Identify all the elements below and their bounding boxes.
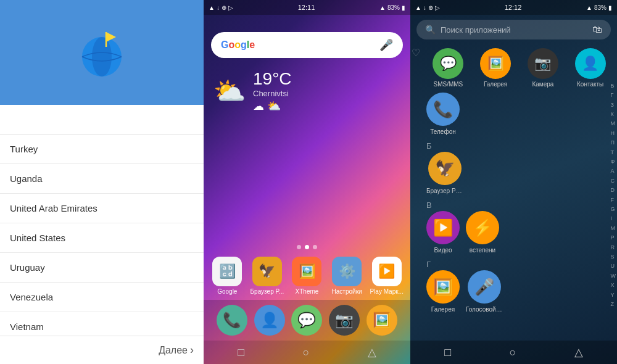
- drawer-section: Г🖼️Галерея🎤Голосовой п...: [421, 257, 617, 313]
- home-app-icon-wrap[interactable]: ▶️Play Марк...: [368, 257, 405, 295]
- alpha-letter[interactable]: Г: [611, 93, 616, 99]
- alpha-letter[interactable]: M: [611, 226, 616, 232]
- home-app-icon-wrap[interactable]: 🖼️XTheme: [288, 257, 326, 295]
- country-item[interactable]: Uganda: [0, 164, 204, 194]
- country-item[interactable]: Vietnam: [0, 312, 204, 336]
- country-item[interactable]: United Arab Emirates: [0, 194, 204, 223]
- alpha-letter[interactable]: P: [611, 235, 616, 241]
- country-item[interactable]: Venezuela: [0, 283, 204, 312]
- home-panel: ▲↓⊕▷ 12:11 ▲83%▮ Google 🎤 ⛅ 19°C Cherniv…: [204, 0, 410, 364]
- home-app-label: Настройки: [332, 288, 362, 295]
- home-app-icon: 🖼️: [292, 257, 321, 286]
- dot-2: [305, 245, 309, 249]
- drawer-section-app[interactable]: ▶️Видео: [426, 211, 460, 254]
- drawer-phone-label: Телефон: [430, 128, 455, 135]
- drawer-section-label: встепени: [470, 247, 495, 254]
- country-item[interactable]: United States: [0, 223, 204, 253]
- drawer-top-apps: 💬SMS/MMS🖼️Галерея📷Камера👤Контакты: [421, 44, 617, 91]
- alpha-letter[interactable]: Т: [611, 150, 616, 156]
- dock-icon[interactable]: 💬: [291, 305, 322, 336]
- drawer-section-app[interactable]: 🖼️Галерея: [426, 270, 460, 313]
- alpha-letter[interactable]: F: [611, 197, 616, 204]
- drawer-top-app-wrap[interactable]: 📷Камера: [521, 48, 565, 88]
- home-app-icon-wrap[interactable]: 🔡Google: [209, 257, 246, 295]
- drawer-section-icon: ⚡: [466, 211, 499, 244]
- alpha-letter[interactable]: С: [611, 178, 616, 184]
- country-header: [0, 0, 204, 105]
- drawer-top-icon: 📷: [528, 48, 558, 79]
- drawer-top-label: Галерея: [484, 81, 507, 88]
- drawer-section-label: Видео: [434, 247, 452, 254]
- alpha-letter[interactable]: S: [611, 254, 616, 260]
- alpha-letter[interactable]: G: [611, 207, 616, 213]
- home-app-icon-wrap[interactable]: 🦅Браузер P...: [249, 257, 286, 295]
- alpha-letter[interactable]: X: [611, 283, 616, 289]
- section-apps-row: 🦅Браузер PHX: [421, 152, 617, 194]
- nav-recent-button[interactable]: △: [368, 345, 376, 359]
- section-letter: Б: [421, 139, 617, 152]
- drawer-nav-back[interactable]: □: [444, 346, 451, 359]
- home-app-icon: ⚙️: [332, 257, 362, 286]
- alpha-letter[interactable]: Н: [611, 131, 616, 137]
- drawer-status-time: 12:12: [505, 4, 522, 11]
- drawer-section-app[interactable]: 🦅Браузер PHX: [426, 152, 463, 194]
- next-button[interactable]: Далее ›: [159, 344, 194, 357]
- alpha-letter[interactable]: П: [611, 140, 616, 146]
- home-app-label: Google: [217, 288, 237, 295]
- country-list: TurkeyUgandaUnited Arab EmiratesUnited S…: [0, 134, 204, 336]
- dock-icon[interactable]: 📞: [217, 305, 247, 336]
- drawer-section-icon: 🎤: [468, 270, 501, 304]
- nav-home-button[interactable]: ○: [302, 346, 309, 359]
- google-search-bar[interactable]: Google 🎤: [211, 32, 403, 58]
- alpha-letter[interactable]: Б: [611, 83, 616, 89]
- drawer-nav-home[interactable]: ○: [509, 346, 516, 359]
- home-app-icon-wrap[interactable]: ⚙️Настройки: [328, 257, 366, 295]
- alpha-letter[interactable]: М: [611, 121, 616, 127]
- drawer-section-app[interactable]: ⚡встепени: [466, 211, 499, 254]
- drawer-top-app-wrap[interactable]: 🖼️Галерея: [474, 48, 518, 88]
- alpha-letter[interactable]: Ф: [611, 159, 616, 165]
- drawer-main-area: 💬SMS/MMS🖼️Галерея📷Камера👤Контакты 📞Телеф…: [421, 44, 617, 319]
- dock-icon[interactable]: 👤: [254, 305, 285, 336]
- drawer-phone-app[interactable]: 📞Телефон: [426, 93, 460, 135]
- drawer-section-app[interactable]: 🎤Голосовой п...: [466, 270, 503, 313]
- alpha-letter[interactable]: R: [611, 245, 616, 251]
- app-search-bar[interactable]: 🔍 Поиск приложений 🛍: [416, 20, 611, 39]
- alpha-letter[interactable]: Z: [611, 302, 616, 308]
- drawer-phone-icon: 📞: [426, 93, 460, 126]
- dock-icon[interactable]: 🖼️: [366, 305, 397, 336]
- drawer-content: ▲↓⊕▷ 12:12 ▲83%▮ 🔍 Поиск приложений 🛍 ♡ …: [410, 0, 617, 364]
- alpha-letter[interactable]: А: [611, 168, 616, 175]
- google-logo: Google: [221, 39, 255, 51]
- country-item[interactable]: Uruguay: [0, 253, 204, 283]
- drawer-top-app-wrap[interactable]: 💬SMS/MMS: [426, 48, 470, 88]
- drawer-status-left: ▲↓⊕▷: [415, 4, 440, 11]
- home-app-label: Браузер P...: [251, 288, 284, 295]
- alpha-letter[interactable]: Y: [611, 292, 616, 299]
- dock-icon[interactable]: 📷: [329, 305, 360, 336]
- drawer-nav-recent[interactable]: △: [574, 345, 583, 359]
- drawer-section-label: Галерея: [431, 306, 455, 313]
- country-item[interactable]: Turkey: [0, 134, 204, 164]
- drawer-top-app-wrap[interactable]: 👤Контакты: [568, 48, 612, 88]
- section-letter: В: [421, 198, 617, 211]
- home-navbar: □ ○ △: [204, 341, 410, 364]
- drawer-panel: ▲↓⊕▷ 12:12 ▲83%▮ 🔍 Поиск приложений 🛍 ♡ …: [410, 0, 617, 364]
- drawer-phone-row: 📞Телефон: [426, 93, 612, 135]
- drawer-top-icon: 🖼️: [480, 48, 511, 79]
- alphabet-sidebar: БГЗКМНПТФАСDFGIMPRSUWXYZ: [611, 81, 616, 310]
- globe-icon: [74, 25, 130, 80]
- alpha-letter[interactable]: W: [611, 273, 616, 279]
- nav-back-button[interactable]: □: [238, 346, 244, 359]
- home-app-icon: 🦅: [252, 257, 282, 286]
- alpha-letter[interactable]: U: [611, 263, 616, 270]
- alpha-letter[interactable]: D: [611, 188, 616, 194]
- dot-3: [313, 245, 317, 249]
- alpha-letter[interactable]: К: [611, 112, 616, 118]
- microphone-icon[interactable]: 🎤: [379, 38, 393, 52]
- section-letter: Г: [421, 257, 617, 270]
- alpha-letter[interactable]: З: [611, 102, 616, 109]
- drawer-section-label: Браузер PHX: [426, 188, 463, 194]
- alpha-letter[interactable]: I: [611, 216, 616, 222]
- search-input[interactable]: Поиск приложений: [441, 25, 511, 35]
